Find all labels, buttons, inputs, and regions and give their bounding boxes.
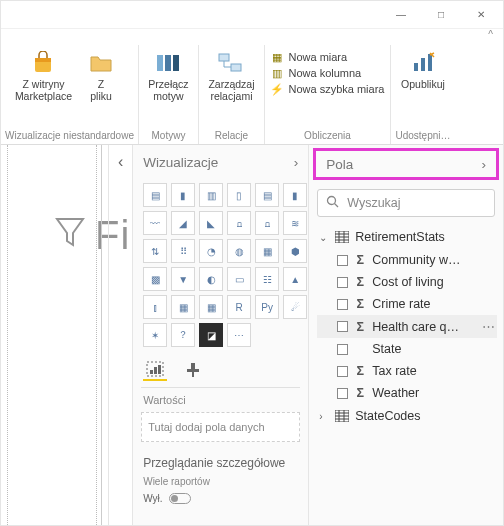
publish-label: Opublikuj xyxy=(401,78,445,90)
field-row[interactable]: ΣHealth care q…⋯ xyxy=(317,315,497,338)
svg-rect-3 xyxy=(165,55,171,71)
from-file-button[interactable]: Z pliku xyxy=(78,48,124,128)
field-checkbox[interactable] xyxy=(337,344,348,355)
field-row[interactable]: ΣCost of living xyxy=(317,271,497,293)
viz-type-table[interactable]: ▦ xyxy=(171,295,195,319)
svg-rect-9 xyxy=(428,54,432,71)
window-maximize-button[interactable]: □ xyxy=(421,1,461,29)
fields-tree: ⌄RetirementStatsΣCommunity w…ΣCost of li… xyxy=(309,223,503,434)
field-row[interactable]: State xyxy=(317,338,497,360)
viz-type-map[interactable]: ⬢ xyxy=(283,239,307,263)
field-label: Tax rate xyxy=(372,364,495,378)
fields-tab-button[interactable] xyxy=(143,359,167,381)
viz-type-slicer[interactable]: ⫿ xyxy=(143,295,167,319)
report-canvas-edge xyxy=(1,145,108,525)
viz-type-treemap[interactable]: ▦ xyxy=(255,239,279,263)
field-checkbox[interactable] xyxy=(337,277,348,288)
viz-type-funnel[interactable]: ▼ xyxy=(171,267,195,291)
viz-type-qna[interactable]: ？ xyxy=(171,323,195,347)
chevron-left-icon: ‹ xyxy=(118,153,123,171)
viz-type-line-stacked[interactable]: ⩍ xyxy=(227,211,251,235)
viz-type-line[interactable]: 〰 xyxy=(143,211,167,235)
viz-type-gauge[interactable]: ◐ xyxy=(199,267,223,291)
field-checkbox[interactable] xyxy=(337,366,348,377)
viz-type-custom[interactable]: ◪ xyxy=(199,323,223,347)
viz-type-clustered-column[interactable]: ▯ xyxy=(227,183,251,207)
field-row[interactable]: ΣWeather xyxy=(317,382,497,404)
field-checkbox[interactable] xyxy=(337,255,348,266)
viz-type-r-visual[interactable]: R xyxy=(227,295,251,319)
svg-rect-16 xyxy=(192,372,194,377)
window-close-button[interactable]: ✕ xyxy=(461,1,501,29)
quick-measure-button[interactable]: ⚡ Nowa szybka miara xyxy=(270,82,384,96)
viz-type-pie[interactable]: ◔ xyxy=(199,239,223,263)
quick-measure-icon: ⚡ xyxy=(270,82,284,96)
viz-type-card[interactable]: ▭ xyxy=(227,267,251,291)
values-section-header: Wartości xyxy=(133,388,308,410)
from-file-label: Z pliku xyxy=(90,78,112,102)
field-label: Cost of living xyxy=(372,275,495,289)
viz-type-stacked-bar[interactable]: ▤ xyxy=(143,183,167,207)
svg-rect-1 xyxy=(35,58,51,62)
svg-rect-8 xyxy=(421,58,425,71)
viz-type-decomp[interactable]: ✶ xyxy=(143,323,167,347)
window-minimize-button[interactable]: — xyxy=(381,1,421,29)
sigma-icon: Σ xyxy=(354,275,366,289)
viz-type-stacked-column[interactable]: ▮ xyxy=(171,183,195,207)
field-row[interactable]: ΣCrime rate xyxy=(317,293,497,315)
fields-header[interactable]: Pola › xyxy=(313,148,499,180)
visualization-type-grid: ▤▮▥▯▤▮〰◢◣⩍⩍≋⇅⠿◔◍▦⬢▩▼◐▭☷▲⫿▦▦RPy☄✶？◪⋯ xyxy=(133,179,308,353)
new-measure-label: Nowa miara xyxy=(288,51,347,63)
chevron-right-icon: › xyxy=(294,155,299,170)
viz-type-100-column[interactable]: ▮ xyxy=(283,183,307,207)
ribbon: Z witryny Marketplace Z pliku Wizualizac… xyxy=(1,45,503,145)
values-drop-well[interactable]: Tutaj dodaj pola danych xyxy=(141,412,300,442)
manage-relationships-button[interactable]: Zarządzaj relacjami xyxy=(208,48,254,128)
viz-type-scatter[interactable]: ⠿ xyxy=(171,239,195,263)
viz-type-line-clustered[interactable]: ⩍ xyxy=(255,211,279,235)
table-statecodes[interactable]: ›StateCodes xyxy=(317,404,497,428)
viz-type-waterfall[interactable]: ⇅ xyxy=(143,239,167,263)
new-column-button[interactable]: ▥ Nowa kolumna xyxy=(270,66,384,80)
field-row[interactable]: ΣTax rate xyxy=(317,360,497,382)
field-checkbox[interactable] xyxy=(337,321,348,332)
drillthrough-header: Przeglądanie szczegółowe xyxy=(133,448,308,472)
shopping-bag-icon xyxy=(29,50,57,76)
viz-type-clustered-bar[interactable]: ▥ xyxy=(199,183,223,207)
fields-search-input[interactable]: Wyszukaj xyxy=(317,189,495,217)
viz-type-multi-card[interactable]: ☷ xyxy=(255,267,279,291)
field-checkbox[interactable] xyxy=(337,388,348,399)
publish-button[interactable]: Opublikuj xyxy=(400,48,446,128)
sigma-icon: Σ xyxy=(354,253,366,267)
more-icon[interactable]: ⋯ xyxy=(482,319,495,334)
viz-type-matrix[interactable]: ▦ xyxy=(199,295,223,319)
new-measure-button[interactable]: ▦ Nowa miara xyxy=(270,50,384,64)
filters-collapse-handle[interactable]: ‹ xyxy=(108,145,132,525)
field-checkbox[interactable] xyxy=(337,299,348,310)
viz-type-ribbon[interactable]: ≋ xyxy=(283,211,307,235)
manage-relationships-label: Zarządzaj relacjami xyxy=(208,78,254,102)
svg-line-18 xyxy=(335,204,339,208)
viz-type-py-visual[interactable]: Py xyxy=(255,295,279,319)
ribbon-collapse-caret-icon[interactable]: ^ xyxy=(488,29,493,45)
visualizations-header[interactable]: Wizualizacje › xyxy=(133,145,308,179)
switch-theme-button[interactable]: Przełącz motyw xyxy=(145,48,191,128)
sigma-icon: Σ xyxy=(354,297,366,311)
marketplace-button[interactable]: Z witryny Marketplace xyxy=(15,48,72,128)
relationships-icon xyxy=(217,50,245,76)
viz-type-stacked-area[interactable]: ◣ xyxy=(199,211,223,235)
viz-type-filled-map[interactable]: ▩ xyxy=(143,267,167,291)
viz-type-donut[interactable]: ◍ xyxy=(227,239,251,263)
viz-type-key-influencers[interactable]: ☄ xyxy=(283,295,307,319)
svg-point-17 xyxy=(328,197,336,205)
viz-type-more[interactable]: ⋯ xyxy=(227,323,251,347)
field-row[interactable]: ΣCommunity w… xyxy=(317,249,497,271)
viz-type-100-bar[interactable]: ▤ xyxy=(255,183,279,207)
search-placeholder: Wyszukaj xyxy=(347,196,400,210)
viz-type-area[interactable]: ◢ xyxy=(171,211,195,235)
viz-type-kpi[interactable]: ▲ xyxy=(283,267,307,291)
format-tab-button[interactable] xyxy=(181,359,205,381)
cross-report-toggle[interactable] xyxy=(169,493,191,504)
table-retirementstats[interactable]: ⌄RetirementStats xyxy=(317,225,497,249)
group-caption-calc: Obliczenia xyxy=(304,128,351,144)
